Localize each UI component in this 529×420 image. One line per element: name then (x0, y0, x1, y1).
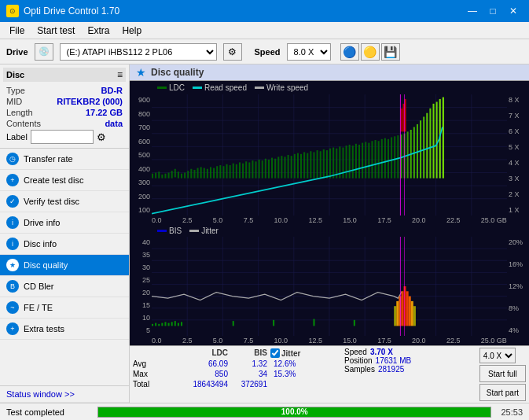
x-bot-label-10: 10.0 (274, 337, 288, 344)
stats-row: Avg Max Total LDC 66.09 850 18643494 BIS… (130, 346, 529, 403)
minimize-button[interactable]: — (463, 3, 482, 19)
menu-help[interactable]: Help (116, 24, 148, 38)
toolbar-icon-2[interactable]: 🟡 (361, 43, 380, 61)
drive-eject-icon[interactable]: 💿 (35, 43, 53, 61)
nav-icon-disc-quality: ★ (6, 259, 19, 271)
ldc-max: 850 (211, 369, 231, 379)
disc-expand-icon[interactable]: ≡ (117, 69, 123, 80)
svg-rect-63 (297, 153, 299, 179)
chart-bottom-legend: BIS Jitter (130, 225, 529, 237)
nav-icon-create-test-disc: + (6, 174, 19, 186)
menubar: File Start test Extra Help (0, 22, 529, 39)
ldc-avg: 66.09 (205, 359, 231, 369)
speed-select[interactable]: 8.0 X (287, 43, 331, 61)
svg-rect-132 (155, 323, 156, 326)
menu-file[interactable]: File (3, 24, 31, 38)
drivebar: Drive 💿 (E:) ATAPI iHBS112 2 PL06 ⚙ Spee… (0, 39, 529, 64)
y-bot-right-20: 20% (509, 238, 527, 246)
x-bot-label-15: 15.0 (343, 337, 357, 344)
svg-rect-146 (396, 301, 399, 326)
maximize-button[interactable]: □ (483, 3, 502, 19)
legend-ldc: LDC (157, 83, 185, 92)
svg-rect-28 (184, 173, 186, 179)
nav-verify-test-disc[interactable]: ✓ Verify test disc (0, 191, 129, 212)
legend-jitter-color (189, 230, 199, 232)
legend-bis-label: BIS (169, 227, 182, 235)
disc-header: Disc ≡ (3, 68, 126, 82)
svg-rect-55 (271, 158, 273, 179)
position-row: Position 17631 MB (344, 356, 411, 365)
svg-rect-72 (326, 150, 328, 179)
jitter-checkbox-row[interactable]: Jitter (270, 348, 341, 359)
toolbar-icon-1[interactable]: 🔵 (340, 43, 359, 61)
max-label: Max (133, 369, 180, 379)
main-content: Disc ≡ Type BD-R MID RITEKBR2 (000) Leng… (0, 64, 529, 403)
svg-rect-53 (265, 159, 266, 179)
nav-fe-te[interactable]: ~ FE / TE (0, 297, 129, 319)
svg-rect-139 (178, 323, 179, 326)
y-bot-10: 10 (131, 314, 150, 322)
disc-type-label: Type (6, 86, 25, 95)
status-window-item[interactable]: Status window >> (0, 386, 129, 403)
position-label: Position (344, 356, 373, 365)
legend-write-speed: Write speed (255, 83, 308, 92)
start-part-button[interactable]: Start part (479, 384, 526, 401)
panel-header: ★ Disc quality (130, 64, 529, 81)
bottom-chart-y-right: 20% 16% 12% 8% 4% (507, 237, 529, 336)
svg-rect-57 (277, 157, 279, 178)
drive-select[interactable]: (E:) ATAPI iHBS112 2 PL06 (60, 43, 217, 61)
total-label: Total (133, 379, 180, 389)
jitter-checkbox[interactable] (270, 348, 280, 358)
svg-rect-30 (190, 169, 192, 179)
top-chart-x-labels: 0.0 2.5 5.0 7.5 10.0 12.5 15.0 17.5 20.0… (130, 216, 529, 225)
svg-rect-40 (222, 166, 224, 178)
nav-label-extra-tests: Extra tests (24, 324, 64, 333)
svg-rect-62 (294, 154, 296, 179)
speed-dropdown[interactable]: 4.0 X (479, 348, 516, 363)
nav-extra-tests[interactable]: + Extra tests (0, 319, 129, 340)
nav-create-test-disc[interactable]: + Create test disc (0, 170, 129, 191)
y-label-400: 400 (131, 165, 150, 173)
legend-bis-color (157, 230, 167, 232)
svg-rect-35 (207, 169, 208, 179)
svg-rect-22 (164, 174, 166, 179)
nav-drive-info[interactable]: i Drive info (0, 212, 129, 234)
disc-length-row: Length 17.22 GB (3, 107, 126, 118)
bis-avg: 1.32 (249, 359, 270, 369)
y-label-100: 100 (131, 206, 150, 214)
speed-control-row[interactable]: 4.0 X (479, 348, 526, 363)
svg-rect-136 (168, 323, 170, 326)
ldc-total: 18643494 (190, 379, 232, 389)
nav-transfer-rate[interactable]: ◷ Transfer rate (0, 149, 129, 170)
y-bot-15: 15 (131, 301, 150, 309)
toolbar-icon-save[interactable]: 💾 (381, 43, 400, 61)
legend-read-speed: Read speed (193, 83, 247, 92)
svg-rect-134 (161, 323, 163, 326)
nav-items: ◷ Transfer rate + Create test disc ✓ Ver… (0, 149, 129, 385)
legend-write-speed-label: Write speed (266, 83, 308, 92)
controls-col: 4.0 X Start full Start part (479, 348, 526, 401)
menu-extra[interactable]: Extra (81, 24, 116, 38)
legend-read-speed-label: Read speed (204, 83, 247, 92)
svg-rect-67 (310, 151, 311, 178)
svg-rect-54 (268, 160, 270, 179)
jitter-header: Jitter (281, 349, 300, 358)
svg-rect-137 (171, 322, 173, 326)
nav-disc-info[interactable]: i Disc info (0, 234, 129, 255)
samples-label: Samples (344, 365, 375, 374)
drive-settings-icon[interactable]: ⚙ (223, 43, 242, 61)
bottom-chart-y-left: 40 35 30 25 20 15 10 5 (130, 237, 152, 336)
menu-starttest[interactable]: Start test (31, 24, 81, 38)
disc-label-input[interactable] (31, 130, 94, 144)
start-full-button[interactable]: Start full (479, 365, 526, 382)
label-icon[interactable]: ⚙ (97, 131, 106, 143)
nav-cd-bler[interactable]: B CD Bler (0, 276, 129, 297)
svg-rect-50 (255, 161, 256, 178)
svg-rect-59 (284, 157, 285, 178)
close-button[interactable]: ✕ (504, 3, 523, 19)
svg-rect-47 (245, 161, 247, 178)
top-chart-y-left: 900 800 700 600 500 400 300 200 100 (130, 94, 152, 216)
svg-rect-23 (168, 173, 170, 179)
nav-disc-quality[interactable]: ★ Disc quality (0, 255, 129, 276)
y-right-1x: 1 X (509, 206, 527, 214)
